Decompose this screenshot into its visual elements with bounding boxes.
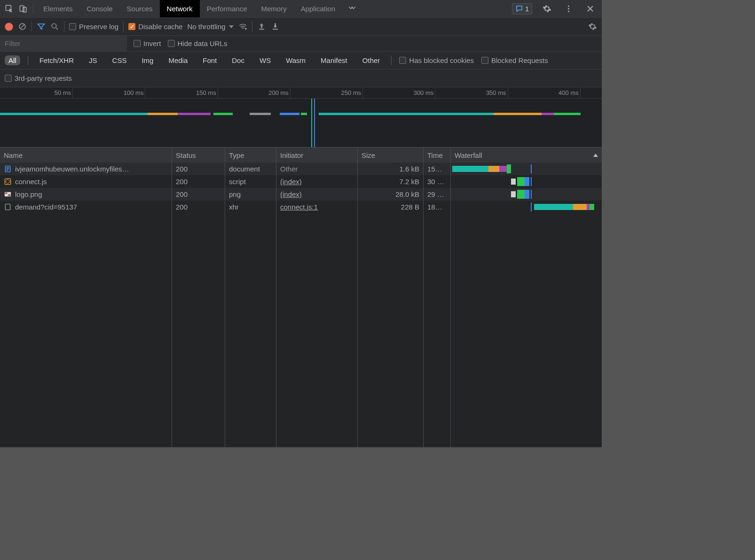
svg-rect-10 (273, 29, 278, 30)
table-row[interactable]: ◇connect.js200script(index)7.2 kB30 … (0, 175, 602, 188)
file-type-icon: ◇ (4, 178, 11, 186)
tab-network[interactable]: Network (160, 0, 200, 17)
svg-rect-1 (20, 6, 24, 11)
type-js[interactable]: JS (85, 55, 101, 65)
device-toggle-icon[interactable] (16, 0, 30, 17)
has-blocked-cookies-checkbox[interactable]: Has blocked cookies (399, 56, 474, 64)
table-row[interactable]: ivjeamomhubeuwen.unlockmyfiles…200docume… (0, 163, 602, 175)
timeline-tick: 150 ms (196, 89, 216, 96)
table-row[interactable]: logo.png200png(index)28.0 kB29 … (0, 188, 602, 201)
filter-bar: Invert Hide data URLs (0, 36, 602, 52)
inspect-icon[interactable] (2, 0, 16, 17)
timeline-tick: 300 ms (414, 89, 434, 96)
panel-settings-gear-icon[interactable] (588, 22, 597, 31)
preserve-log-label: Preserve log (79, 23, 118, 31)
devtools-window: Elements Console Sources Network Perform… (0, 0, 602, 447)
request-name: connect.js (15, 178, 47, 186)
col-name[interactable]: Name (0, 148, 172, 163)
type-doc[interactable]: Doc (228, 55, 248, 65)
timeline-tick: 100 ms (124, 89, 144, 96)
svg-point-8 (245, 28, 247, 30)
import-har-icon[interactable] (257, 22, 266, 31)
type-all[interactable]: All (5, 55, 20, 65)
tab-elements[interactable]: Elements (36, 0, 80, 17)
col-initiator[interactable]: Initiator (276, 148, 358, 163)
request-name: logo.png (15, 190, 42, 198)
third-party-bar: 3rd-party requests (0, 70, 602, 87)
svg-rect-16 (8, 194, 10, 196)
tab-memory[interactable]: Memory (254, 0, 294, 17)
disable-cache-label: Disable cache (138, 23, 182, 31)
sort-asc-icon (593, 154, 598, 157)
type-other[interactable]: Other (359, 55, 384, 65)
type-media[interactable]: Media (165, 55, 191, 65)
tab-console[interactable]: Console (80, 0, 120, 17)
type-wasm[interactable]: Wasm (282, 55, 309, 65)
timeline-tick: 400 ms (558, 89, 579, 96)
svg-point-3 (567, 5, 569, 7)
table-row[interactable]: demand?cid=95137200xhrconnect.js:1228 B1… (0, 201, 602, 213)
tab-sources[interactable]: Sources (120, 0, 160, 17)
timeline-tick: 250 ms (341, 89, 361, 96)
message-count: 1 (525, 5, 529, 13)
network-conditions-icon[interactable] (238, 22, 247, 31)
svg-point-5 (567, 10, 569, 12)
network-table: Name Status Type Initiator Size Time Wat… (0, 148, 602, 447)
svg-rect-17 (5, 204, 10, 210)
svg-point-4 (567, 8, 569, 9)
settings-gear-icon[interactable] (540, 4, 554, 13)
record-button[interactable] (5, 23, 13, 31)
more-tabs-icon[interactable] (342, 0, 362, 17)
timeline-tick: 350 ms (486, 89, 506, 96)
col-status[interactable]: Status (172, 148, 225, 163)
type-img[interactable]: Img (138, 55, 157, 65)
throttling-select[interactable]: No throttling (187, 23, 234, 31)
export-har-icon[interactable] (271, 22, 280, 31)
blocked-requests-checkbox[interactable]: Blocked Requests (481, 56, 548, 64)
table-body: ivjeamomhubeuwen.unlockmyfiles…200docume… (0, 163, 602, 447)
search-icon[interactable] (50, 22, 59, 31)
svg-text:◇: ◇ (5, 178, 10, 185)
type-manifest[interactable]: Manifest (317, 55, 351, 65)
timeline-tick: 200 ms (268, 89, 289, 96)
col-size[interactable]: Size (358, 148, 424, 163)
svg-rect-15 (5, 193, 7, 194)
type-fetchxhr[interactable]: Fetch/XHR (36, 55, 78, 65)
tab-application[interactable]: Application (294, 0, 342, 17)
devtools-tabbar: Elements Console Sources Network Perform… (0, 0, 602, 18)
svg-rect-9 (259, 29, 264, 30)
timeline-tick: 50 ms (55, 89, 71, 96)
col-time[interactable]: Time (424, 148, 451, 163)
timeline-overview[interactable]: 50 ms100 ms150 ms200 ms250 ms300 ms350 m… (0, 87, 602, 148)
invert-checkbox[interactable]: Invert (134, 39, 161, 47)
disable-cache-checkbox[interactable]: Disable cache (128, 23, 182, 31)
type-font[interactable]: Font (199, 55, 220, 65)
hide-data-urls-checkbox[interactable]: Hide data URLs (168, 39, 228, 47)
col-type[interactable]: Type (225, 148, 276, 163)
kebab-menu-icon[interactable] (561, 4, 575, 13)
tab-performance[interactable]: Performance (200, 0, 254, 17)
clear-icon[interactable] (18, 22, 27, 31)
filter-icon[interactable] (37, 22, 46, 31)
file-type-icon (4, 191, 11, 198)
type-ws[interactable]: WS (256, 55, 275, 65)
col-waterfall[interactable]: Waterfall (451, 148, 602, 163)
table-header: Name Status Type Initiator Size Time Wat… (0, 148, 602, 163)
console-message-badge[interactable]: 1 (512, 3, 532, 15)
request-name: demand?cid=95137 (15, 203, 77, 211)
file-type-icon (4, 165, 11, 173)
type-filter-bar: All Fetch/XHR JS CSS Img Media Font Doc … (0, 52, 602, 70)
network-toolbar: Preserve log Disable cache No throttling (0, 18, 602, 36)
filter-input[interactable] (0, 36, 127, 51)
preserve-log-checkbox[interactable]: Preserve log (69, 23, 118, 31)
svg-point-7 (52, 23, 56, 28)
request-name: ivjeamomhubeuwen.unlockmyfiles… (15, 165, 129, 173)
type-css[interactable]: CSS (109, 55, 131, 65)
file-type-icon (4, 203, 11, 211)
close-icon[interactable] (583, 4, 597, 13)
third-party-checkbox[interactable]: 3rd-party requests (5, 74, 72, 82)
